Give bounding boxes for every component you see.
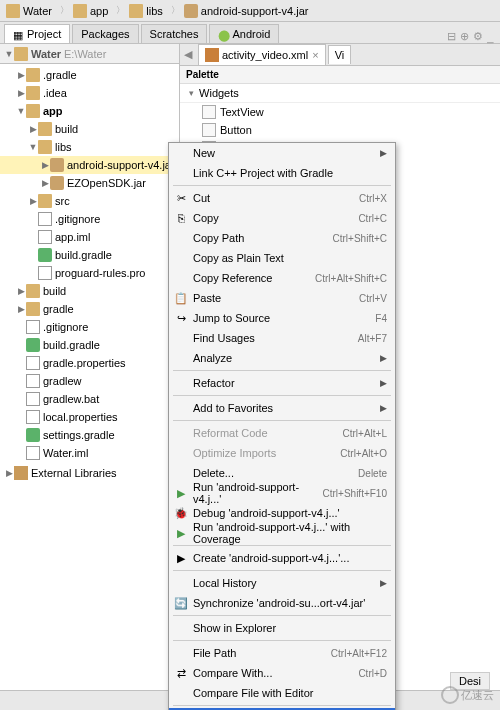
expand-icon[interactable]: ▶ [40, 178, 50, 188]
tree-node[interactable]: ▶proguard-rules.pro [0, 264, 179, 282]
tree-node[interactable]: ▼libs [0, 138, 179, 156]
breadcrumb-item[interactable]: libs [127, 2, 169, 20]
tab-packages[interactable]: Packages [72, 24, 138, 43]
tree-node[interactable]: ▶build.gradle [0, 246, 179, 264]
tree-node[interactable]: ▶build [0, 282, 179, 300]
breadcrumb-item[interactable]: app [71, 2, 114, 20]
expand-icon[interactable]: ▼ [16, 106, 26, 116]
menu-item[interactable]: ▶Create 'android-support-v4.j...'... [169, 548, 395, 568]
hide-icon[interactable]: ⎯ [487, 31, 494, 43]
tree-node[interactable]: ▶gradle.properties [0, 354, 179, 372]
palette-widget[interactable]: Button [180, 121, 500, 139]
menu-item[interactable]: ⇄Compare With...Ctrl+D [169, 663, 395, 683]
external-libraries[interactable]: ▶External Libraries [0, 464, 179, 482]
tree-node[interactable]: ▶gradle [0, 300, 179, 318]
expand-icon[interactable]: ▼ [28, 142, 38, 152]
watermark-logo-icon [441, 686, 459, 704]
menu-item-label: Local History [193, 577, 257, 589]
prev-tab-icon[interactable]: ◀ [180, 48, 196, 61]
tab-android[interactable]: ⬤Android [209, 24, 279, 43]
watermark-text: 亿速云 [461, 688, 494, 703]
tab-project[interactable]: ▦Project [4, 24, 70, 43]
tree-node[interactable]: ▶Water.iml [0, 444, 179, 462]
expand-icon[interactable]: ▶ [16, 430, 26, 440]
tree-node[interactable]: ▶EZOpenSDK.jar [0, 174, 179, 192]
tree-node[interactable]: ▶android-support-v4.jar [0, 156, 179, 174]
expand-icon[interactable]: ▶ [16, 88, 26, 98]
expand-icon[interactable]: ▶ [16, 322, 26, 332]
expand-icon[interactable]: ▶ [16, 304, 26, 314]
widget-group[interactable]: ▾ Widgets [180, 84, 500, 103]
expand-icon[interactable]: ▶ [16, 358, 26, 368]
node-label: proguard-rules.pro [55, 267, 146, 279]
menu-item[interactable]: Add to Favorites▶ [169, 398, 395, 418]
menu-item[interactable]: Compare File with Editor [169, 683, 395, 703]
menu-item[interactable]: Delete...Delete [169, 463, 395, 483]
collapse-icon[interactable]: ⊟ [447, 30, 456, 43]
gear-icon[interactable]: ⚙ [473, 30, 483, 43]
menu-item[interactable]: Copy as Plain Text [169, 248, 395, 268]
tree-node[interactable]: ▶.gradle [0, 66, 179, 84]
expand-icon[interactable]: ▶ [16, 340, 26, 350]
menu-item[interactable]: New▶ [169, 143, 395, 163]
menu-item[interactable]: Local History▶ [169, 573, 395, 593]
editor-tab[interactable]: Vi [328, 45, 352, 64]
breadcrumb-item[interactable]: Water [4, 2, 58, 20]
expand-icon[interactable]: ▶ [28, 250, 38, 260]
target-icon[interactable]: ⊕ [460, 30, 469, 43]
menu-item[interactable]: 🐞Debug 'android-support-v4.j...' [169, 503, 395, 523]
view-toolbar: ⊟ ⊕ ⚙ ⎯ [447, 30, 500, 43]
tree-root[interactable]: ▼ Water E:\Water [0, 44, 179, 64]
expand-icon[interactable]: ▶ [28, 124, 38, 134]
expand-icon[interactable]: ▶ [16, 448, 26, 458]
expand-icon[interactable]: ▶ [16, 394, 26, 404]
expand-icon[interactable]: ▶ [28, 232, 38, 242]
tree-node[interactable]: ▶.idea [0, 84, 179, 102]
tree-node[interactable]: ▶.gitignore [0, 318, 179, 336]
menu-separator [173, 395, 391, 396]
tree-node[interactable]: ▶src [0, 192, 179, 210]
menu-item[interactable]: ⎘CopyCtrl+C [169, 208, 395, 228]
tree-node[interactable]: ▶settings.gradle [0, 426, 179, 444]
expand-icon[interactable]: ▶ [40, 160, 50, 170]
palette-widget[interactable]: TextView [180, 103, 500, 121]
tree-node[interactable]: ▼app [0, 102, 179, 120]
tree-node[interactable]: ▶build [0, 120, 179, 138]
tab-scratches[interactable]: Scratches [141, 24, 208, 43]
expand-icon[interactable]: ▶ [16, 70, 26, 80]
tree-node[interactable]: ▶gradlew.bat [0, 390, 179, 408]
menu-item[interactable]: ✂CutCtrl+X [169, 188, 395, 208]
menu-item[interactable]: Show in Explorer [169, 618, 395, 638]
menu-item-label: Delete... [193, 467, 234, 479]
menu-item-label: Compare With... [193, 667, 272, 679]
menu-item[interactable]: ▶Run 'android-support-v4.j...' with Cove… [169, 523, 395, 543]
menu-item[interactable]: Refactor▶ [169, 373, 395, 393]
tree-node[interactable]: ▶local.properties [0, 408, 179, 426]
tree-node[interactable]: ▶build.gradle [0, 336, 179, 354]
expand-icon[interactable]: ▶ [16, 376, 26, 386]
folder-icon [26, 302, 40, 316]
menu-item[interactable]: ▶Run 'android-support-v4.j...'Ctrl+Shift… [169, 483, 395, 503]
expand-icon[interactable]: ▶ [16, 412, 26, 422]
close-icon[interactable]: × [312, 49, 318, 61]
expand-icon[interactable]: ▶ [16, 286, 26, 296]
menu-item[interactable]: 📋PasteCtrl+V [169, 288, 395, 308]
menu-item[interactable]: 🔄Synchronize 'android-su...ort-v4.jar' [169, 593, 395, 613]
expand-icon[interactable]: ▶ [28, 214, 38, 224]
menu-item[interactable]: Copy ReferenceCtrl+Alt+Shift+C [169, 268, 395, 288]
expand-icon[interactable]: ▶ [28, 268, 38, 278]
menu-item[interactable]: Link C++ Project with Gradle [169, 163, 395, 183]
expand-icon[interactable]: ▶ [28, 196, 38, 206]
breadcrumb-item[interactable]: android-support-v4.jar [182, 2, 315, 20]
menu-item[interactable]: Analyze▶ [169, 348, 395, 368]
folder-icon [26, 68, 40, 82]
menu-item[interactable]: File PathCtrl+Alt+F12 [169, 643, 395, 663]
menu-item[interactable]: Find UsagesAlt+F7 [169, 328, 395, 348]
menu-item[interactable]: ↪Jump to SourceF4 [169, 308, 395, 328]
menu-item[interactable]: Copy PathCtrl+Shift+C [169, 228, 395, 248]
tree-node[interactable]: ▶.gitignore [0, 210, 179, 228]
tree-node[interactable]: ▶app.iml [0, 228, 179, 246]
tree-node[interactable]: ▶gradlew [0, 372, 179, 390]
node-label: local.properties [43, 411, 118, 423]
editor-tab[interactable]: activity_video.xml× [198, 44, 326, 65]
